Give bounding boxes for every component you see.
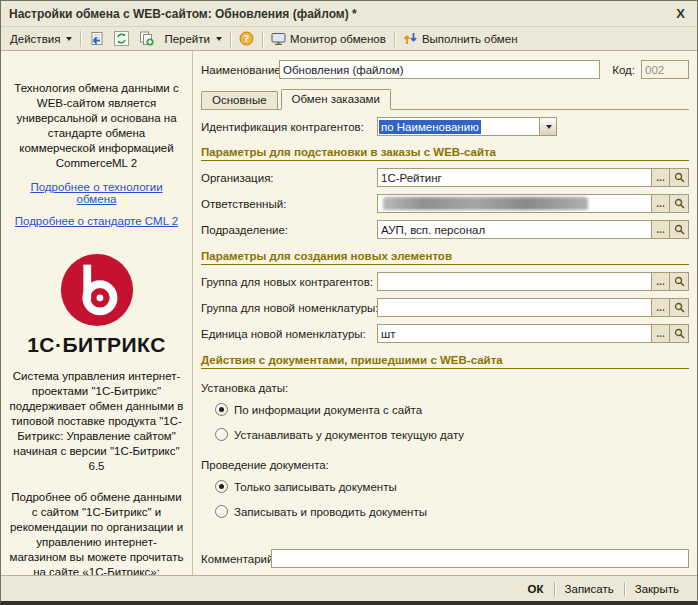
link-cml-standard[interactable]: Подробнее о стандарте CML 2 — [15, 215, 178, 227]
radio-write-and-post[interactable]: Записывать и проводить документы — [215, 505, 689, 518]
new-nomenclature-group-row: Группа для новой номенклатуры: ... — [201, 298, 689, 317]
help-icon: ? — [239, 31, 254, 46]
radio-button-icon[interactable] — [215, 428, 228, 441]
combo-dropdown-button[interactable] — [539, 118, 556, 135]
redacted-value — [383, 197, 588, 210]
exchange-monitor-label: Монитор обменов — [290, 33, 386, 45]
organization-ref-button[interactable]: ... — [651, 168, 670, 187]
new-nomenclature-group-input[interactable] — [377, 298, 651, 317]
radio-button-icon[interactable] — [215, 403, 228, 416]
new-nomenclature-ref-button[interactable]: ... — [651, 298, 670, 317]
bitrix-logo-icon — [58, 251, 136, 329]
new-counterparties-ref-button[interactable]: ... — [651, 272, 670, 291]
magnifier-icon — [674, 328, 685, 339]
magnifier-icon — [674, 276, 685, 287]
responsible-label: Ответственный: — [201, 198, 377, 210]
main-form: Наименование: Код: Основные Обмен заказа… — [193, 51, 697, 575]
responsible-row: Ответственный: ... — [201, 194, 689, 213]
sidebar-intro-text: Технология обмена данными с WEB-сайтом я… — [9, 81, 184, 171]
counterparty-identification-value: по Наименованию — [379, 120, 481, 134]
info-sidebar: Технология обмена данными с WEB-сайтом я… — [1, 51, 193, 575]
help-button[interactable]: ? — [234, 29, 259, 49]
new-nomenclature-search-button[interactable] — [670, 298, 689, 317]
radio-button-icon[interactable] — [215, 505, 228, 518]
toolbar: Действия — [1, 27, 697, 51]
magnifier-icon — [674, 302, 685, 313]
sidebar-product-text: Система управления интернет-проектами "1… — [9, 369, 184, 474]
organization-search-button[interactable] — [670, 168, 689, 187]
new-unit-ref-button[interactable]: ... — [651, 324, 670, 343]
goto-menu-label: Перейти — [164, 33, 210, 45]
radio-write-only-label: Только записывать документы — [234, 481, 397, 493]
responsible-search-button[interactable] — [670, 194, 689, 213]
new-counterparties-group-label: Группа для новых контрагентов: — [201, 276, 377, 288]
new-counterparties-group-input[interactable] — [377, 272, 651, 291]
new-unit-search-button[interactable] — [670, 324, 689, 343]
close-button[interactable]: Закрыть — [625, 581, 689, 597]
execute-exchange-icon — [403, 31, 418, 46]
actions-menu-button[interactable]: Действия — [5, 29, 77, 49]
name-input[interactable] — [279, 60, 600, 79]
posting-group-label: Проведение документа: — [201, 459, 689, 471]
radio-write-only[interactable]: Только записывать документы — [215, 480, 689, 493]
new-counterparties-search-button[interactable] — [670, 272, 689, 291]
counterparty-identification-select[interactable]: по Наименованию — [377, 117, 557, 136]
chevron-down-icon — [66, 37, 72, 41]
close-icon[interactable]: X — [672, 6, 689, 21]
department-search-button[interactable] — [670, 220, 689, 239]
chevron-down-icon — [546, 125, 552, 129]
goto-menu-button[interactable]: Перейти — [159, 29, 227, 49]
comment-row: Комментарий: — [201, 549, 689, 568]
new-unit-label: Единица новой номенклатуры: — [201, 328, 377, 340]
magnifier-icon — [674, 224, 685, 235]
new-unit-row: Единица новой номенклатуры: ... — [201, 324, 689, 343]
tab-basic-label: Основные — [212, 94, 267, 106]
comment-label: Комментарий: — [201, 553, 271, 565]
sidebar-more-text: Подробнее об обмене данными с сайтом "1С… — [9, 490, 184, 580]
radio-date-from-site[interactable]: По информации документа с сайта — [215, 403, 689, 416]
settings-window: Настройки обмена с WEB-сайтом: Обновлени… — [0, 0, 698, 605]
refresh-icon — [114, 31, 129, 46]
exchange-monitor-button[interactable]: Монитор обменов — [266, 29, 391, 49]
organization-input[interactable] — [377, 168, 651, 187]
department-input[interactable] — [377, 220, 651, 239]
magnifier-icon — [674, 172, 685, 183]
save-button[interactable]: Записать — [555, 581, 624, 597]
actions-menu-label: Действия — [10, 33, 60, 45]
name-row: Наименование: Код: — [201, 60, 689, 79]
copy-add-icon — [139, 31, 154, 46]
organization-row: Организация: ... — [201, 168, 689, 187]
radio-date-current[interactable]: Устанавливать у документов текущую дату — [215, 428, 689, 441]
new-unit-input[interactable] — [377, 324, 651, 343]
department-label: Подразделение: — [201, 224, 377, 236]
code-label: Код: — [612, 64, 635, 76]
tab-strip: Основные Обмен заказами — [201, 88, 689, 110]
organization-label: Организация: — [201, 172, 377, 184]
toolbar-separator — [80, 31, 81, 47]
ok-button[interactable]: ОК — [518, 581, 554, 597]
counterparty-identification-label: Идентификация контрагентов: — [201, 121, 377, 133]
section-new-elements: Параметры для создания новых элементов — [201, 249, 689, 265]
responsible-input[interactable] — [377, 194, 651, 213]
chevron-down-icon — [216, 37, 222, 41]
tab-basic[interactable]: Основные — [201, 91, 278, 109]
department-ref-button[interactable]: ... — [651, 220, 670, 239]
save-record-button[interactable] — [84, 29, 109, 49]
link-exchange-technology[interactable]: Подробнее о технологии обмена — [9, 181, 184, 205]
radio-button-icon[interactable] — [215, 480, 228, 493]
copy-button[interactable] — [134, 29, 159, 49]
window-body: Технология обмена данными с WEB-сайтом я… — [1, 51, 697, 575]
save-record-icon — [89, 31, 104, 46]
counterparty-identification-row: Идентификация контрагентов: по Наименова… — [201, 117, 689, 136]
code-input — [641, 60, 689, 79]
department-row: Подразделение: ... — [201, 220, 689, 239]
execute-exchange-button[interactable]: Выполнить обмен — [398, 29, 523, 49]
refresh-button[interactable] — [109, 29, 134, 49]
comment-input[interactable] — [271, 549, 689, 568]
radio-write-and-post-label: Записывать и проводить документы — [234, 506, 427, 518]
radio-date-current-label: Устанавливать у документов текущую дату — [234, 429, 464, 441]
responsible-ref-button[interactable]: ... — [651, 194, 670, 213]
tab-order-exchange[interactable]: Обмен заказами — [281, 89, 391, 110]
toolbar-separator — [230, 31, 231, 47]
new-nomenclature-group-label: Группа для новой номенклатуры: — [201, 302, 377, 314]
